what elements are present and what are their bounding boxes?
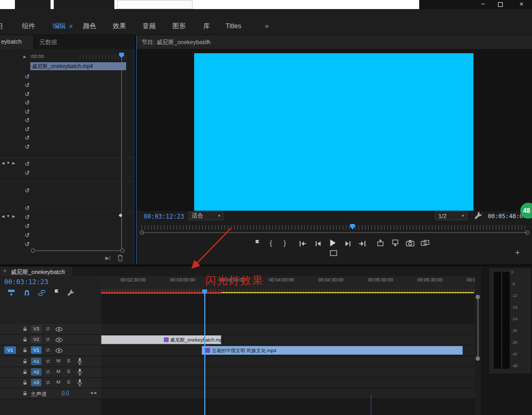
snap-magnet-icon[interactable] xyxy=(23,289,30,296)
workspace-tab-audio[interactable]: 音频 xyxy=(143,21,156,31)
lock-icon[interactable] xyxy=(22,358,28,364)
mic-icon[interactable] xyxy=(77,379,82,386)
program-zoom-handle-right[interactable] xyxy=(525,230,529,235)
ec-zoom-handle-right[interactable] xyxy=(120,248,124,253)
program-current-timecode[interactable]: 00:03:12:23 xyxy=(144,213,184,220)
tab-effect-controls[interactable]: eybatch xyxy=(0,35,33,49)
ec-playhead-line[interactable] xyxy=(121,57,122,249)
mic-icon[interactable] xyxy=(77,358,82,365)
toggle-animation-icon[interactable]: ↺ xyxy=(23,117,31,124)
lock-icon[interactable] xyxy=(22,336,28,343)
master-keyframe-icon[interactable]: ◄► xyxy=(89,391,98,395)
workspace-tab-components[interactable]: 组件 xyxy=(22,21,35,31)
ec-selected-clip-row[interactable]: 威尼斯_onekeybatch.mp4 xyxy=(30,62,126,70)
linked-selection-icon[interactable] xyxy=(38,289,46,296)
sync-lock-icon[interactable] xyxy=(45,336,51,343)
mic-icon[interactable] xyxy=(77,368,82,376)
background-window-tab[interactable] xyxy=(117,0,193,9)
mark-out-button[interactable]: } xyxy=(284,239,286,247)
toggle-animation-icon[interactable]: ↺ xyxy=(23,213,31,221)
source-patch-v1[interactable]: V1 xyxy=(4,346,16,354)
export-frame-camera-icon[interactable] xyxy=(406,240,414,246)
prev-keyframe-icon[interactable]: ◀ xyxy=(2,161,4,166)
restore-button[interactable] xyxy=(498,2,503,7)
solo-button[interactable]: S xyxy=(67,358,70,363)
clip-v2[interactable]: 威尼斯_onekeybatch.mp4 xyxy=(101,335,221,344)
next-keyframe-icon[interactable]: ▶ xyxy=(12,161,15,166)
next-keyframe-icon[interactable]: ▶ xyxy=(12,214,15,219)
ec-mini-ruler[interactable] xyxy=(80,55,126,60)
timeline-settings-wrench-icon[interactable] xyxy=(67,289,74,296)
workspace-tab-clipped[interactable]: 习 xyxy=(0,21,3,31)
workspace-tab-titles[interactable]: Titles xyxy=(226,21,241,31)
vscroll-handle-top[interactable] xyxy=(476,295,480,299)
prev-keyframe-icon[interactable]: ◀ xyxy=(2,214,4,219)
ec-zoom-handle-left[interactable] xyxy=(31,248,35,253)
add-keyframe-icon[interactable]: ● xyxy=(7,213,10,219)
program-panel-menu-icon[interactable]: ≡ xyxy=(205,38,209,45)
add-marker-icon[interactable] xyxy=(53,289,60,296)
workspace-overflow-icon[interactable]: » xyxy=(265,21,269,31)
sync-lock-icon[interactable] xyxy=(45,369,51,375)
track-target-v3[interactable]: V3 xyxy=(31,325,41,333)
keyframe-diamond[interactable]: ◆ xyxy=(119,212,122,218)
timeline-vscrollbar[interactable] xyxy=(477,298,479,359)
fit-dropdown[interactable]: 适合 ▾ xyxy=(188,211,223,220)
eye-icon[interactable] xyxy=(55,326,63,333)
lift-icon[interactable] xyxy=(377,239,384,246)
track-lane-master[interactable] xyxy=(101,388,475,399)
lock-icon[interactable] xyxy=(22,347,28,353)
resolution-dropdown[interactable]: 1/2 ▾ xyxy=(435,211,467,220)
timeline-timecode[interactable]: 00:03:12:23 xyxy=(4,278,48,286)
workspace-tab-editing-active[interactable]: 编辑 xyxy=(53,21,66,31)
program-monitor-title[interactable]: 节目: 威尼斯_onekeybatch xyxy=(142,38,211,46)
toggle-animation-icon[interactable]: ↺ xyxy=(23,187,31,194)
workspace-tab-color[interactable]: 颜色 xyxy=(83,21,96,31)
track-lane-a3[interactable] xyxy=(101,378,475,388)
toggle-animation-icon[interactable]: ↺ xyxy=(23,90,31,98)
safe-margins-square-icon[interactable] xyxy=(330,250,337,256)
background-window-tab[interactable] xyxy=(15,0,51,9)
master-volume-value[interactable]: 0.0 xyxy=(62,391,69,396)
mute-button[interactable]: M xyxy=(56,369,61,374)
toggle-animation-icon[interactable]: ↺ xyxy=(23,160,31,168)
background-window-tab[interactable] xyxy=(54,0,114,9)
track-lane-a1[interactable] xyxy=(101,356,475,367)
toggle-animation-icon[interactable]: ↺ xyxy=(23,231,31,239)
toggle-animation-icon[interactable]: ↺ xyxy=(23,108,31,115)
track-target-a3[interactable]: A3 xyxy=(31,379,41,386)
expand-arrow-icon[interactable]: ▶ xyxy=(23,55,26,59)
timeline-panel-menu-icon[interactable]: ≡ xyxy=(62,268,65,274)
track-target-v1[interactable]: V1 xyxy=(31,346,41,354)
solo-button[interactable]: S xyxy=(67,379,70,385)
sync-lock-icon[interactable] xyxy=(45,358,51,364)
track-lane-a2[interactable] xyxy=(101,367,475,378)
lock-icon[interactable] xyxy=(22,326,28,332)
play-audio-icon[interactable]: ▶| xyxy=(105,255,110,261)
program-zoom-bar[interactable] xyxy=(142,232,528,233)
workspace-menu-icon[interactable]: ≡ xyxy=(69,21,72,31)
sync-lock-icon[interactable] xyxy=(45,379,51,386)
toggle-animation-icon[interactable]: ↺ xyxy=(23,222,31,230)
workspace-tab-libraries[interactable]: 库 xyxy=(203,21,210,31)
lock-icon[interactable] xyxy=(22,369,28,375)
eye-icon[interactable] xyxy=(55,347,63,354)
track-target-a2[interactable]: A2 xyxy=(31,368,41,376)
toggle-animation-icon[interactable]: ↺ xyxy=(23,99,31,106)
toggle-animation-icon[interactable]: ↺ xyxy=(23,126,31,133)
add-keyframe-icon[interactable]: ● xyxy=(7,160,10,165)
extract-icon[interactable] xyxy=(392,239,399,246)
toggle-animation-icon[interactable]: ↺ xyxy=(23,73,31,80)
go-to-out-icon[interactable] xyxy=(359,240,366,247)
mute-button[interactable]: M xyxy=(56,358,61,363)
lock-icon[interactable] xyxy=(22,379,28,386)
sync-lock-icon[interactable] xyxy=(45,326,51,332)
insert-overwrite-icon[interactable] xyxy=(7,289,15,296)
tab-metadata[interactable]: 元数据 xyxy=(39,38,57,46)
clip-v1[interactable]: 古老的中国文明 民族文化.mp4 xyxy=(202,346,463,355)
delete-effect-icon[interactable] xyxy=(117,254,123,261)
play-button-icon[interactable] xyxy=(329,239,337,247)
step-forward-icon[interactable] xyxy=(345,240,351,247)
button-editor-plus[interactable]: + xyxy=(515,248,520,258)
timeline-sequence-tab[interactable]: × 威尼斯_onekeybatch ≡ xyxy=(0,267,72,276)
